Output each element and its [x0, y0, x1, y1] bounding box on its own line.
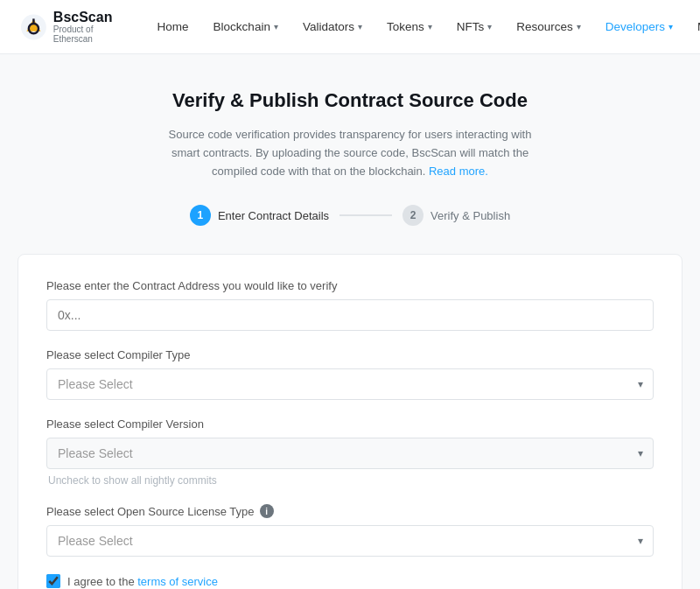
address-label: Please enter the Contract Address you wo… [46, 279, 654, 292]
license-select[interactable]: Please Select [46, 525, 654, 557]
read-more-link[interactable]: Read more. [429, 165, 488, 178]
compiler-type-label: Please select Compiler Type [46, 348, 654, 361]
license-label: Please select Open Source License Type [46, 505, 255, 518]
logo-name: BscScan [53, 10, 119, 25]
page-title: Verify & Publish Contract Source Code [18, 89, 682, 112]
step-line [340, 214, 392, 216]
step-1-label: Enter Contract Details [218, 209, 329, 222]
nav-more[interactable]: More ▾ [687, 13, 700, 40]
compiler-type-select-wrapper: Please Select ▾ [46, 368, 654, 400]
terms-checkbox[interactable] [46, 574, 60, 588]
license-select-wrapper: Please Select ▾ [46, 525, 654, 557]
form-card: Please enter the Contract Address you wo… [18, 254, 682, 589]
nightly-hint: Uncheck to show all nightly commits [46, 474, 654, 487]
nav-developers[interactable]: Developers ▾ [595, 13, 683, 40]
compiler-version-select[interactable]: Please Select [46, 438, 654, 469]
logo-tagline: Product of Etherscan [53, 25, 119, 44]
navbar: BscScan Product of Etherscan Home Blockc… [0, 0, 700, 54]
terms-link[interactable]: terms of service [137, 575, 218, 588]
terms-row: I agree to the terms of service [46, 574, 654, 588]
validators-chevron-icon: ▾ [358, 22, 362, 32]
nav-items: Home Blockchain ▾ Validators ▾ Tokens ▾ … [147, 7, 700, 47]
nav-tokens[interactable]: Tokens ▾ [376, 13, 443, 40]
address-group: Please enter the Contract Address you wo… [46, 279, 654, 331]
logo-icon [21, 11, 46, 43]
developers-chevron-icon: ▾ [668, 22, 673, 32]
nav-validators[interactable]: Validators ▾ [292, 13, 373, 40]
step-2: 2 Verify & Publish [402, 205, 510, 226]
resources-chevron-icon: ▾ [577, 22, 581, 32]
step-2-label: Verify & Publish [430, 209, 510, 222]
main-content: Verify & Publish Contract Source Code So… [0, 54, 700, 589]
nav-resources[interactable]: Resources ▾ [506, 13, 592, 40]
tokens-chevron-icon: ▾ [428, 22, 432, 32]
step-1: 1 Enter Contract Details [190, 205, 329, 226]
nfts-chevron-icon: ▾ [487, 22, 492, 32]
compiler-type-select[interactable]: Please Select [46, 368, 654, 400]
compiler-type-group: Please select Compiler Type Please Selec… [46, 348, 654, 400]
step-2-circle: 2 [402, 205, 424, 226]
brand-logo[interactable]: BscScan Product of Etherscan [21, 10, 119, 45]
address-input[interactable] [46, 299, 654, 331]
blockchain-chevron-icon: ▾ [274, 22, 278, 32]
compiler-version-select-wrapper: Please Select ▾ [46, 438, 654, 469]
compiler-version-label: Please select Compiler Version [46, 417, 654, 431]
logo-text: BscScan Product of Etherscan [53, 10, 119, 45]
nav-home[interactable]: Home [147, 13, 200, 40]
stepper: 1 Enter Contract Details 2 Verify & Publ… [18, 205, 682, 226]
page-description: Source code verification provides transp… [166, 126, 534, 180]
terms-text: I agree to the terms of service [67, 575, 218, 588]
nav-blockchain[interactable]: Blockchain ▾ [203, 13, 289, 40]
license-info-icon[interactable]: i [260, 504, 274, 518]
license-group: Please select Open Source License Type i… [46, 504, 654, 557]
license-label-row: Please select Open Source License Type i [46, 504, 654, 518]
compiler-version-group: Please select Compiler Version Please Se… [46, 417, 654, 487]
nav-nfts[interactable]: NFTs ▾ [446, 13, 503, 40]
step-1-circle: 1 [190, 205, 211, 226]
